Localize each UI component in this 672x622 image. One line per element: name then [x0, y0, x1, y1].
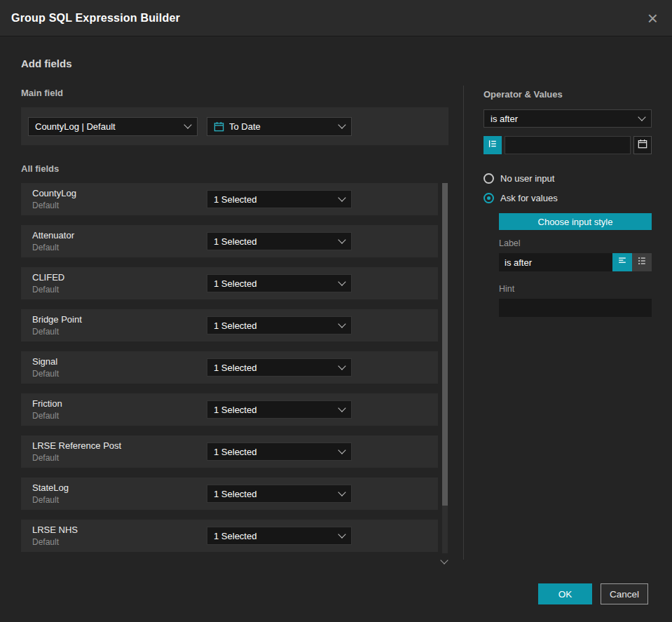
list-input-icon-button[interactable] — [484, 136, 502, 154]
field-name: CountyLog — [32, 188, 76, 198]
field-subtitle: Default — [32, 201, 76, 210]
field-name: Friction — [32, 398, 62, 409]
align-left-icon — [617, 256, 627, 269]
field-row: Signal Default 1 Selected — [21, 351, 438, 384]
radio-selected-icon — [484, 193, 494, 203]
field-values-select[interactable]: 1 Selected — [207, 442, 352, 461]
hint-input[interactable] — [499, 299, 652, 317]
operator-values-heading: Operator & Values — [484, 89, 652, 100]
field-row-text: Friction Default — [32, 398, 62, 421]
field-values-select[interactable]: 1 Selected — [207, 232, 352, 250]
field-name: CLIFED — [32, 272, 64, 283]
field-row-text: CountyLog Default — [32, 188, 76, 210]
field-values-select-value: 1 Selected — [214, 447, 334, 457]
label-input[interactable] — [499, 253, 612, 271]
field-row: LRSE NHS Default 1 Selected — [21, 520, 438, 552]
ask-for-values-options: Choose input style Label — [499, 213, 652, 317]
field-values-select[interactable]: 1 Selected — [207, 527, 352, 545]
field-row: Attenuator Default 1 Selected — [21, 225, 438, 257]
no-user-input-radio[interactable]: No user input — [484, 173, 652, 184]
field-values-select-value: 1 Selected — [214, 405, 334, 415]
field-name: StateLog — [32, 482, 69, 493]
ask-for-values-label: Ask for values — [500, 193, 558, 203]
field-row-text: CLIFED Default — [32, 272, 64, 295]
field-subtitle: Default — [32, 411, 62, 421]
value-input-row — [484, 136, 652, 154]
field-name: Attenuator — [32, 230, 74, 241]
calendar-icon — [214, 121, 224, 132]
calendar-picker-button[interactable] — [633, 136, 652, 154]
chevron-down-icon — [338, 121, 345, 128]
field-row-text: Signal Default — [32, 356, 59, 379]
field-name: LRSE Reference Post — [32, 440, 121, 451]
cancel-button[interactable]: Cancel — [601, 583, 648, 604]
field-row: CountyLog Default 1 Selected — [21, 183, 438, 215]
field-values-select[interactable]: 1 Selected — [207, 316, 352, 334]
scrollbar-thumb[interactable] — [442, 183, 448, 506]
chevron-down-icon — [338, 194, 345, 201]
field-name: Bridge Point — [32, 314, 82, 325]
all-fields-list: CountyLog Default 1 Selected Attenuator … — [21, 183, 450, 552]
main-field-label: Main field — [21, 88, 450, 98]
field-values-select[interactable]: 1 Selected — [207, 358, 352, 377]
add-fields-heading: Add fields — [21, 58, 450, 69]
group-sql-expression-builder-dialog: Group SQL Expression Builder × Add field… — [0, 0, 672, 622]
all-fields-label: All fields — [21, 163, 450, 174]
chevron-down-icon — [338, 278, 345, 285]
chevron-down-icon — [338, 236, 345, 243]
label-input-row — [499, 253, 652, 271]
field-row: CLIFED Default 1 Selected — [21, 267, 438, 299]
field-subtitle: Default — [32, 327, 82, 337]
field-name: LRSE NHS — [32, 525, 78, 535]
chevron-down-icon — [638, 113, 645, 121]
single-line-style-toggle[interactable] — [612, 253, 632, 271]
field-subtitle: Default — [32, 369, 59, 379]
field-subtitle: Default — [32, 243, 74, 252]
field-subtitle: Default — [32, 285, 64, 295]
field-values-select[interactable]: 1 Selected — [207, 485, 352, 503]
ask-for-values-radio[interactable]: Ask for values — [484, 193, 652, 203]
operator-select-value: is after — [491, 114, 633, 124]
date-field-select[interactable]: To Date — [207, 117, 352, 136]
dialog-title: Group SQL Expression Builder — [11, 12, 180, 25]
radio-unselected-icon — [484, 173, 494, 184]
field-values-select-value: 1 Selected — [214, 236, 334, 247]
bullet-list-icon — [637, 256, 647, 269]
field-row: StateLog Default 1 Selected — [21, 478, 438, 510]
field-values-select-value: 1 Selected — [214, 278, 334, 289]
vertical-scrollbar[interactable] — [442, 183, 448, 553]
field-values-select[interactable]: 1 Selected — [207, 400, 352, 419]
operator-select[interactable]: is after — [484, 109, 652, 128]
field-row: Bridge Point Default 1 Selected — [21, 309, 438, 342]
field-values-select-value: 1 Selected — [214, 194, 334, 205]
field-values-select[interactable]: 1 Selected — [207, 190, 352, 208]
close-icon[interactable]: × — [645, 9, 661, 27]
operator-values-section: Operator & Values is after — [484, 36, 652, 317]
chevron-down-icon — [338, 446, 345, 454]
calendar-icon — [638, 139, 647, 151]
list-input-icon — [488, 139, 498, 151]
main-field-panel: CountyLog | Default To Date — [21, 107, 448, 145]
date-value-input[interactable] — [505, 136, 631, 154]
choose-input-style-button[interactable]: Choose input style — [499, 213, 652, 230]
list-style-toggle[interactable] — [632, 253, 652, 271]
field-values-select-value: 1 Selected — [214, 531, 334, 541]
field-row-text: LRSE Reference Post Default — [32, 440, 121, 463]
field-values-select[interactable]: 1 Selected — [207, 274, 352, 292]
field-subtitle: Default — [32, 537, 78, 547]
main-field-select-value: CountyLog | Default — [35, 121, 179, 132]
scroll-down-icon[interactable] — [440, 556, 448, 564]
chevron-down-icon — [338, 488, 345, 496]
field-row-text: Attenuator Default — [32, 230, 74, 252]
field-row: LRSE Reference Post Default 1 Selected — [21, 435, 438, 468]
main-field-select[interactable]: CountyLog | Default — [28, 117, 198, 136]
field-values-select-value: 1 Selected — [214, 489, 334, 499]
dialog-titlebar: Group SQL Expression Builder × — [0, 0, 672, 36]
chevron-down-icon — [184, 121, 191, 128]
ok-button[interactable]: OK — [538, 583, 592, 604]
field-values-select-value: 1 Selected — [214, 320, 334, 331]
label-caption: Label — [499, 238, 652, 248]
field-row-text: LRSE NHS Default — [32, 525, 78, 547]
chevron-down-icon — [338, 320, 345, 327]
hint-caption: Hint — [499, 284, 652, 294]
